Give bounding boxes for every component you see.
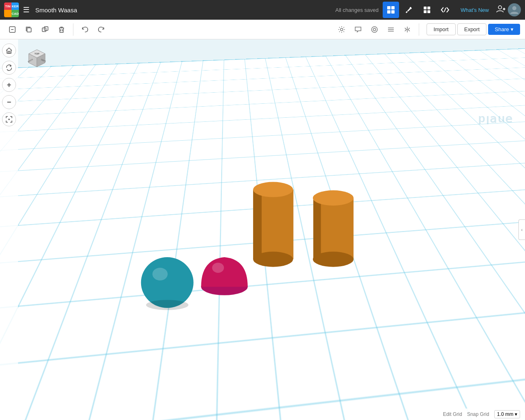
svg-rect-15	[27, 28, 31, 32]
new-button[interactable]	[5, 22, 20, 37]
main-area: + − ənɐld	[0, 39, 525, 420]
svg-rect-6	[424, 10, 427, 13]
snap-grid-dropdown[interactable]: 1.0 mm ▾	[494, 410, 520, 418]
zoom-out-icon: −	[7, 98, 11, 107]
code-button[interactable]	[437, 2, 453, 18]
svg-rect-49	[253, 189, 262, 259]
undo-button[interactable]	[78, 22, 92, 37]
svg-rect-5	[427, 7, 430, 9]
circle-tool-button[interactable]	[367, 22, 382, 37]
toolbar: Import Export Share ▾	[0, 20, 525, 39]
svg-point-47	[212, 262, 224, 273]
user-avatar[interactable]	[508, 3, 521, 16]
svg-rect-7	[427, 10, 430, 13]
svg-point-12	[512, 6, 516, 10]
copy-button[interactable]	[21, 22, 36, 37]
duplicate-button[interactable]	[38, 22, 52, 37]
svg-line-26	[343, 31, 344, 32]
svg-point-29	[372, 27, 377, 32]
svg-line-27	[343, 27, 344, 28]
build-tool-button[interactable]	[401, 2, 417, 18]
light-tool-button[interactable]	[334, 22, 349, 37]
svg-point-45	[146, 300, 188, 310]
share-label: Share	[495, 26, 509, 32]
toolbar-divider-2	[419, 23, 419, 36]
right-panel-toggle[interactable]: ‹	[518, 219, 525, 240]
svg-point-20	[340, 28, 343, 31]
zoom-in-icon: +	[7, 81, 11, 89]
comment-tool-button[interactable]	[351, 22, 365, 37]
svg-point-9	[498, 6, 502, 9]
simulate-button[interactable]	[419, 2, 435, 18]
svg-point-55	[313, 252, 354, 267]
svg-line-25	[339, 27, 340, 28]
svg-point-36	[9, 119, 9, 120]
grid-view-button[interactable]	[383, 2, 399, 18]
svg-rect-4	[424, 7, 427, 9]
import-button[interactable]: Import	[427, 23, 456, 35]
svg-point-54	[313, 190, 354, 205]
navbar: TIN KER CAD ☰ Smooth Waasa All changes s…	[0, 0, 525, 20]
fit-view-button[interactable]	[2, 112, 16, 126]
zoom-out-button[interactable]: −	[2, 95, 16, 109]
share-chevron-icon: ▾	[511, 26, 514, 32]
delete-button[interactable]	[54, 22, 69, 37]
home-view-button[interactable]	[2, 43, 16, 57]
chevron-left-icon: ‹	[521, 228, 523, 232]
svg-rect-0	[387, 6, 390, 9]
align-tool-button[interactable]	[383, 22, 398, 37]
svg-rect-2	[387, 10, 390, 14]
logo-tin: TIN	[4, 2, 11, 10]
svg-line-28	[339, 31, 340, 32]
left-sidebar: + −	[0, 39, 18, 420]
svg-rect-3	[391, 10, 395, 14]
zoom-in-button[interactable]: +	[2, 78, 16, 92]
logo-blank	[4, 10, 11, 17]
project-name-label: Smooth Waasa	[35, 7, 77, 14]
svg-rect-35	[8, 51, 10, 53]
redo-button[interactable]	[94, 22, 109, 37]
svg-rect-1	[391, 6, 395, 9]
user-area[interactable]	[496, 3, 521, 16]
bottom-bar: Edit Grid Snap Grid 1.0 mm ▾	[438, 409, 525, 420]
svg-point-51	[253, 252, 293, 267]
svg-line-8	[444, 8, 446, 12]
share-button[interactable]: Share ▾	[488, 24, 520, 35]
svg-point-50	[253, 182, 293, 197]
add-user-icon	[496, 5, 505, 16]
logo-ker: KER	[11, 2, 19, 10]
svg-rect-53	[313, 198, 321, 260]
mirror-tool-button[interactable]	[400, 22, 415, 37]
3d-scene[interactable]	[0, 39, 525, 420]
toolbar-divider-1	[73, 23, 73, 36]
project-name-button[interactable]: Smooth Waasa	[35, 7, 77, 14]
svg-point-30	[373, 28, 376, 31]
snap-grid-label: Snap Grid	[467, 411, 489, 417]
logo-cad: CAD	[11, 10, 19, 17]
whats-new-button[interactable]: What's New	[457, 5, 492, 15]
rotate-view-button[interactable]	[2, 61, 16, 75]
viewport[interactable]: ənɐld TOP BACK LEFT	[0, 39, 525, 420]
tinkercad-logo[interactable]: TIN KER CAD	[4, 2, 19, 17]
save-status: All changes saved	[336, 7, 379, 13]
edit-grid-button[interactable]: Edit Grid	[443, 411, 462, 417]
export-button[interactable]: Export	[457, 23, 487, 35]
svg-point-44	[153, 268, 168, 281]
navbar-tools	[383, 2, 453, 18]
menu-icon[interactable]: ☰	[23, 5, 30, 14]
